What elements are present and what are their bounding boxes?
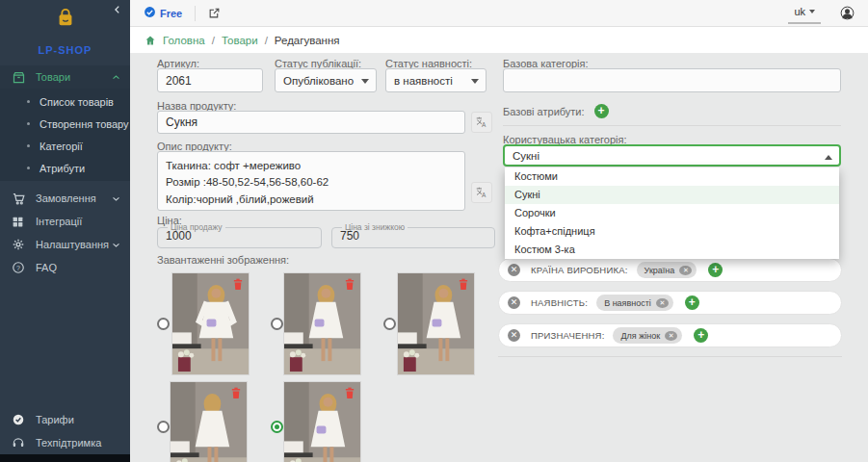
add-value-button[interactable]: + xyxy=(694,328,708,343)
topbar: Free uk xyxy=(130,0,868,27)
translate-description-button[interactable]: A xyxy=(471,182,492,203)
cart-icon xyxy=(12,192,26,206)
image-radio-1[interactable] xyxy=(157,318,170,330)
publication-status-select[interactable]: Опубліковано xyxy=(275,68,377,92)
sidebar-item-product-create[interactable]: Створення товару xyxy=(0,113,130,135)
publication-status-value: Опубліковано xyxy=(283,75,354,87)
article-input[interactable] xyxy=(157,68,263,92)
product-image-2[interactable] xyxy=(284,273,360,374)
product-edit-form: Артикул: Статус публікації: Опубліковано… xyxy=(130,53,868,462)
remove-attribute-icon[interactable]: ✕ xyxy=(508,296,520,309)
custom-category-dropdown: Костюми Сукні Сорочки Кофта+спідниця Кос… xyxy=(505,167,839,259)
delete-image-icon[interactable] xyxy=(233,278,243,291)
dropdown-option[interactable]: Сорочки xyxy=(505,204,839,222)
sidebar-collapse-icon[interactable] xyxy=(113,4,122,17)
add-base-attribute-button[interactable]: + xyxy=(594,104,609,118)
attribute-value-chip: В наявності ✕ xyxy=(596,295,673,311)
product-name-input[interactable] xyxy=(157,111,465,134)
delete-image-icon[interactable] xyxy=(345,387,355,399)
uploaded-images-label: Завантаженні зображення: xyxy=(157,254,289,266)
attribute-name: ПРИЗНАЧЕННЯ: xyxy=(531,330,604,341)
attribute-value-chip: Україна ✕ xyxy=(637,262,697,278)
sidebar-item-product-list[interactable]: Список товарів xyxy=(0,90,130,113)
attribute-value: Україна xyxy=(644,266,675,275)
sidebar-footer: Тарифи Техпідтримка xyxy=(0,408,130,454)
plan-badge[interactable]: Free xyxy=(144,6,182,20)
breadcrumb-link-products[interactable]: Товари xyxy=(222,35,258,46)
sidebar-item-label: Інтеграції xyxy=(36,216,82,227)
sidebar-item-settings[interactable]: Налаштування xyxy=(0,233,130,256)
attribute-value: Для жінок xyxy=(620,331,660,341)
dropdown-option[interactable]: Кофта+спідниця xyxy=(505,222,839,241)
custom-category-select[interactable]: Сукні xyxy=(503,144,841,167)
sidebar-item-attributes[interactable]: Атрибути xyxy=(0,157,130,179)
language-selector[interactable]: uk xyxy=(788,3,821,24)
attribute-row-purpose: ✕ ПРИЗНАЧЕННЯ: Для жінок ✕ + xyxy=(498,323,842,347)
sale-price-field[interactable]: Ціна продажу 1000 xyxy=(157,222,322,248)
breadcrumb-separator: / xyxy=(212,35,215,46)
dropdown-option[interactable]: Сукні xyxy=(505,186,839,204)
chevron-up-icon xyxy=(112,73,120,82)
remove-attribute-icon[interactable]: ✕ xyxy=(508,264,520,276)
image-radio-2[interactable] xyxy=(271,318,283,330)
remove-value-icon[interactable]: ✕ xyxy=(679,266,692,275)
delete-image-icon[interactable] xyxy=(459,278,468,291)
svg-text:A: A xyxy=(482,192,487,198)
attribute-name: КРАЇНА ВИРОБНИКА: xyxy=(531,265,628,275)
divider xyxy=(503,125,841,126)
remove-value-icon[interactable]: ✕ xyxy=(665,331,677,341)
discount-price-value: 750 xyxy=(340,229,487,243)
sidebar-item-label: Налаштування xyxy=(36,239,109,250)
image-radio-4[interactable] xyxy=(157,421,170,433)
sidebar-bottom-strip xyxy=(0,454,130,462)
delete-image-icon[interactable] xyxy=(345,278,355,291)
grid-icon xyxy=(12,215,26,229)
open-in-new-icon[interactable] xyxy=(208,7,221,19)
delete-image-icon[interactable] xyxy=(231,387,241,399)
availability-status-select[interactable]: в наявності xyxy=(385,68,487,92)
add-value-button[interactable]: + xyxy=(708,263,723,277)
topbar-separator xyxy=(195,6,196,21)
discount-price-field[interactable]: Ціна зі знижкою 750 xyxy=(331,222,495,248)
svg-text:A: A xyxy=(482,121,487,128)
remove-attribute-icon[interactable]: ✕ xyxy=(508,329,520,342)
base-attributes-row: Базові атрибути: + xyxy=(503,104,609,118)
attribute-row-country: ✕ КРАЇНА ВИРОБНИКА: Україна ✕ + xyxy=(498,258,842,282)
sidebar-item-support[interactable]: Техпідтримка xyxy=(0,431,130,454)
product-image-3[interactable] xyxy=(398,273,474,374)
sidebar-item-integrations[interactable]: Інтеграції xyxy=(0,210,130,233)
product-image-5[interactable] xyxy=(284,382,360,462)
attribute-row-availability: ✕ НАЯВНІСТЬ: В наявності ✕ + xyxy=(498,291,842,315)
logo-text: LP-SHOP xyxy=(0,44,130,56)
remove-value-icon[interactable]: ✕ xyxy=(656,298,669,308)
sidebar-item-orders[interactable]: Замовлення xyxy=(0,187,130,210)
submenu-label: Створення товару xyxy=(39,118,129,130)
divider xyxy=(498,356,842,357)
availability-status-value: в наявності xyxy=(394,75,453,87)
sidebar-item-categories[interactable]: Категорії xyxy=(0,135,130,157)
topbar-right: uk xyxy=(788,3,855,24)
user-account-icon[interactable] xyxy=(840,6,855,20)
image-radio-5[interactable] xyxy=(271,421,283,433)
help-circle-icon: ? xyxy=(12,261,26,275)
base-category-input[interactable] xyxy=(503,68,841,92)
sidebar-item-products[interactable]: Товари xyxy=(0,65,130,89)
add-value-button[interactable]: + xyxy=(685,295,699,310)
headset-icon xyxy=(12,436,26,450)
caret-down-icon xyxy=(471,79,479,84)
sale-price-value: 1000 xyxy=(166,229,313,243)
translate-name-button[interactable]: A xyxy=(471,112,492,133)
sidebar-item-tariffs[interactable]: Тарифи xyxy=(0,408,130,431)
submenu-label: Категорії xyxy=(39,141,83,152)
product-image-1[interactable] xyxy=(172,273,249,374)
product-image-4[interactable] xyxy=(171,382,247,462)
dropdown-option[interactable]: Костюм 3-ка xyxy=(505,241,839,259)
sidebar-item-faq[interactable]: ? FAQ xyxy=(0,256,130,279)
breadcrumb-link-home[interactable]: Головна xyxy=(163,35,205,46)
description-textarea[interactable]: Тканина: софт +мереживо Розмір :48-50,52… xyxy=(157,151,465,211)
submenu-label: Список товарів xyxy=(39,96,114,108)
dropdown-option[interactable]: Костюми xyxy=(505,167,839,186)
sidebar-header: LP-SHOP xyxy=(0,0,130,65)
home-icon[interactable] xyxy=(145,35,156,46)
image-radio-3[interactable] xyxy=(383,318,396,330)
